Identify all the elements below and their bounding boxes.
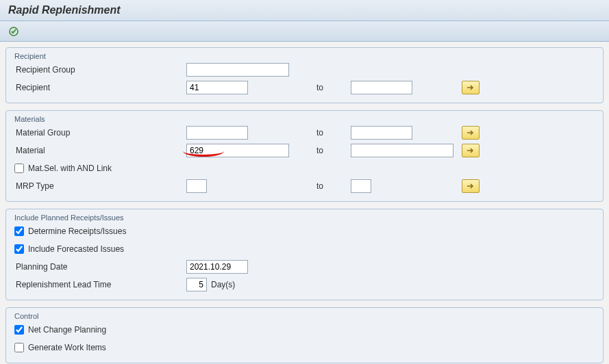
label-to-material: to	[310, 146, 351, 155]
checkbox-forecast[interactable]	[14, 244, 24, 254]
input-mrp-type-to[interactable]	[351, 179, 371, 193]
input-lead-time[interactable]	[186, 278, 207, 291]
label-material: Material	[12, 146, 186, 155]
input-recipient-to[interactable]	[351, 81, 412, 94]
label-material-group: Material Group	[12, 128, 186, 138]
label-recipient-group: Recipient Group	[12, 65, 186, 75]
input-material-group-from[interactable]	[186, 126, 248, 140]
input-material-from[interactable]	[186, 144, 289, 157]
checkbox-workitems[interactable]	[14, 343, 24, 352]
label-recipient: Recipient	[12, 83, 186, 92]
label-to-recipient: to	[310, 83, 351, 92]
group-recipient: Recipient Recipient Group Recipient to	[5, 47, 604, 103]
label-workitems: Generate Work Items	[28, 343, 106, 352]
checkbox-matsel-and[interactable]	[14, 164, 24, 173]
group-planned: Include Planned Receipts/Issues Determin…	[5, 209, 604, 300]
group-legend-recipient: Recipient	[12, 49, 597, 60]
page-title: Rapid Replenishment	[8, 4, 601, 16]
multi-select-material-group[interactable]	[462, 126, 480, 140]
label-to-matgroup: to	[310, 128, 351, 138]
group-control: Control Net Change Planning Generate Wor…	[5, 307, 604, 363]
multi-select-recipient[interactable]	[462, 81, 480, 94]
input-planning-date[interactable]	[186, 260, 248, 274]
label-determine: Determine Receipts/Issues	[28, 226, 126, 236]
label-matsel-and: Mat.Sel. with AND Link	[28, 164, 112, 173]
toolbar	[0, 21, 609, 42]
execute-icon[interactable]	[7, 25, 21, 38]
group-legend-planned: Include Planned Receipts/Issues	[12, 211, 597, 222]
label-days: Day(s)	[207, 280, 235, 289]
label-lead-time: Replenishment Lead Time	[12, 280, 186, 289]
multi-select-mrp-type[interactable]	[462, 179, 480, 193]
input-mrp-type-from[interactable]	[186, 179, 207, 193]
label-mrp-type: MRP Type	[12, 181, 186, 191]
checkbox-net-change[interactable]	[14, 325, 24, 335]
group-legend-control: Control	[12, 309, 597, 320]
label-forecast: Include Forecasted Issues	[28, 244, 124, 254]
input-recipient-from[interactable]	[186, 81, 248, 94]
label-net-change: Net Change Planning	[28, 325, 106, 335]
checkbox-determine[interactable]	[14, 226, 24, 236]
input-material-to[interactable]	[351, 144, 453, 157]
label-planning-date: Planning Date	[12, 262, 186, 272]
group-legend-materials: Materials	[12, 112, 597, 123]
input-material-group-to[interactable]	[351, 126, 412, 140]
label-to-mrp: to	[310, 181, 351, 191]
input-recipient-group[interactable]	[186, 63, 289, 77]
multi-select-material[interactable]	[462, 144, 480, 157]
group-materials: Materials Material Group to Material to	[5, 110, 604, 202]
